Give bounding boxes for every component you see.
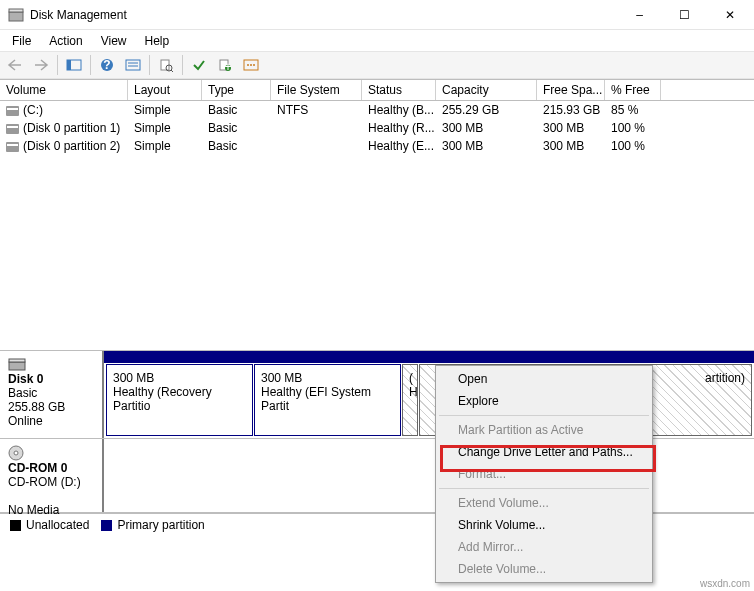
table-row[interactable]: (Disk 0 partition 2) Simple Basic Health… [0, 137, 754, 155]
forward-button [29, 53, 53, 77]
new-button[interactable]: + [213, 53, 237, 77]
check-button[interactable] [187, 53, 211, 77]
menu-open[interactable]: Open [438, 368, 650, 390]
close-button[interactable]: ✕ [707, 0, 752, 29]
col-capacity[interactable]: Capacity [436, 80, 537, 100]
show-hide-button[interactable] [62, 53, 86, 77]
menu-add-mirror: Add Mirror... [438, 536, 650, 558]
partition-c-selected[interactable]: (H [402, 364, 418, 436]
menu-explore[interactable]: Explore [438, 390, 650, 412]
svg-rect-3 [67, 60, 71, 70]
menu-shrink[interactable]: Shrink Volume... [438, 514, 650, 536]
properties-button[interactable] [154, 53, 178, 77]
svg-rect-19 [9, 362, 25, 370]
svg-point-18 [253, 64, 255, 66]
back-button [3, 53, 27, 77]
minimize-button[interactable]: – [617, 0, 662, 29]
title-bar: Disk Management – ☐ ✕ [0, 0, 754, 30]
menu-view[interactable]: View [93, 32, 135, 50]
menu-file[interactable]: File [4, 32, 39, 50]
table-row[interactable]: (C:) Simple Basic NTFS Healthy (B... 255… [0, 101, 754, 119]
svg-text:+: + [224, 60, 231, 72]
col-volume[interactable]: Volume [0, 80, 128, 100]
svg-text:?: ? [103, 58, 110, 72]
col-layout[interactable]: Layout [128, 80, 202, 100]
partition-efi[interactable]: 300 MB Healthy (EFI System Partit [254, 364, 401, 436]
svg-line-11 [171, 70, 173, 72]
menu-mark-active: Mark Partition as Active [438, 419, 650, 441]
volume-list-header: Volume Layout Type File System Status Ca… [0, 79, 754, 101]
svg-rect-6 [126, 60, 140, 70]
volume-icon [6, 124, 19, 134]
app-icon [8, 7, 24, 23]
menu-help[interactable]: Help [137, 32, 178, 50]
svg-point-22 [14, 451, 18, 455]
col-status[interactable]: Status [362, 80, 436, 100]
col-free[interactable]: Free Spa... [537, 80, 605, 100]
svg-rect-0 [9, 12, 23, 21]
disk-0-info[interactable]: Disk 0 Basic 255.88 GB Online [0, 351, 104, 438]
context-menu: Open Explore Mark Partition as Active Ch… [435, 365, 653, 583]
cdrom-info[interactable]: CD-ROM 0 CD-ROM (D:) No Media [0, 439, 104, 512]
menu-action[interactable]: Action [41, 32, 90, 50]
svg-rect-20 [9, 359, 25, 362]
menu-change-drive-letter[interactable]: Change Drive Letter and Paths... [438, 441, 650, 463]
toolbar: ? + [0, 51, 754, 79]
table-row[interactable]: (Disk 0 partition 1) Simple Basic Health… [0, 119, 754, 137]
col-filesystem[interactable]: File System [271, 80, 362, 100]
volume-icon [6, 106, 19, 116]
menu-format: Format... [438, 463, 650, 485]
window-title: Disk Management [30, 8, 617, 22]
disk-icon [8, 357, 26, 371]
settings-list-button[interactable] [121, 53, 145, 77]
swatch-unallocated [10, 520, 21, 531]
menu-delete: Delete Volume... [438, 558, 650, 580]
maximize-button[interactable]: ☐ [662, 0, 707, 29]
volume-icon [6, 142, 19, 152]
svg-rect-1 [9, 9, 23, 12]
partition-recovery[interactable]: 300 MB Healthy (Recovery Partitio [106, 364, 253, 436]
help-button[interactable]: ? [95, 53, 119, 77]
swatch-primary [101, 520, 112, 531]
cdrom-icon [8, 445, 24, 459]
svg-point-17 [250, 64, 252, 66]
volume-list[interactable]: (C:) Simple Basic NTFS Healthy (B... 255… [0, 101, 754, 351]
col-type[interactable]: Type [202, 80, 271, 100]
watermark: wsxdn.com [700, 578, 750, 589]
options-button[interactable] [239, 53, 263, 77]
menu-bar: File Action View Help [0, 30, 754, 51]
col-pfree[interactable]: % Free [605, 80, 661, 100]
svg-point-16 [247, 64, 249, 66]
menu-extend: Extend Volume... [438, 492, 650, 514]
